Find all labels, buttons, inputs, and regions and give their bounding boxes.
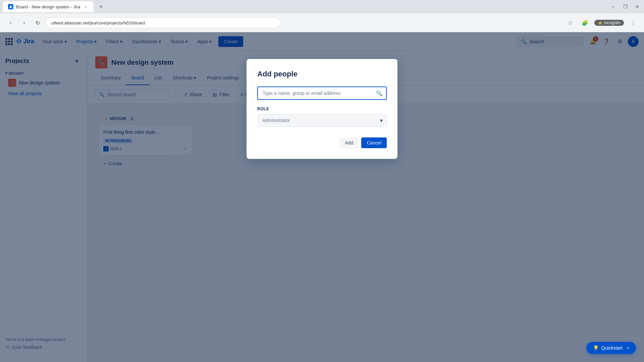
url-text: uifeed.atlassian.net/jira/core/projects/…: [51, 20, 145, 25]
modal-overlay[interactable]: Add people 🔍 Role Administrator ▾ Add Ca…: [0, 32, 644, 362]
modal-search-icon: 🔍: [376, 90, 383, 97]
back-button[interactable]: ‹: [5, 17, 16, 28]
tab-title: Board - New design system - Jira: [16, 4, 80, 9]
cancel-button[interactable]: Cancel: [361, 137, 387, 148]
role-select-wrapper: Administrator ▾: [257, 114, 387, 127]
add-button[interactable]: Add: [339, 137, 359, 148]
role-select-value: Administrator: [262, 118, 290, 123]
incognito-label: Incognito: [604, 20, 621, 25]
minimize-button[interactable]: ─: [609, 3, 617, 11]
restore-button[interactable]: ❐: [621, 3, 629, 11]
role-select[interactable]: Administrator: [257, 114, 387, 127]
add-people-input[interactable]: [257, 86, 387, 100]
address-bar[interactable]: uifeed.atlassian.net/jira/core/projects/…: [46, 17, 280, 28]
modal-title: Add people: [257, 70, 387, 78]
refresh-button[interactable]: ↻: [32, 17, 43, 28]
new-tab-button[interactable]: +: [96, 2, 106, 11]
forward-button[interactable]: ›: [19, 17, 30, 28]
quickstart-label: Quickstart: [601, 345, 623, 351]
tab-favicon: [8, 4, 13, 9]
close-window-button[interactable]: ✕: [633, 3, 641, 11]
tab-close-button[interactable]: ×: [83, 4, 88, 9]
modal-footer: Add Cancel: [257, 137, 387, 148]
browser-nav-right: ☆ 🧩 🕵 Incognito ⋮: [565, 17, 639, 28]
bookmark-icon[interactable]: ☆: [565, 17, 576, 28]
role-select-chevron-icon: ▾: [380, 117, 383, 124]
browser-menu-button[interactable]: ⋮: [628, 17, 639, 28]
role-label: Role: [257, 107, 387, 111]
browser-tab[interactable]: Board - New design system - Jira ×: [3, 1, 94, 12]
incognito-badge: 🕵 Incognito: [594, 20, 624, 26]
browser-chrome: Board - New design system - Jira × + ─ ❐…: [0, 0, 644, 32]
nav-bar: ‹ › ↻ uifeed.atlassian.net/jira/core/pro…: [0, 13, 644, 32]
modal-input-wrapper: 🔍: [257, 86, 387, 100]
add-people-modal: Add people 🔍 Role Administrator ▾ Add Ca…: [247, 59, 397, 159]
quickstart-close-icon[interactable]: ×: [627, 345, 629, 351]
title-bar: Board - New design system - Jira × + ─ ❐…: [0, 0, 644, 13]
window-controls: ─ ❐ ✕: [609, 3, 641, 11]
quickstart-button[interactable]: 💡 Quickstart ×: [586, 342, 636, 354]
quickstart-icon: 💡: [593, 345, 599, 351]
extension-icon[interactable]: 🧩: [580, 17, 590, 28]
